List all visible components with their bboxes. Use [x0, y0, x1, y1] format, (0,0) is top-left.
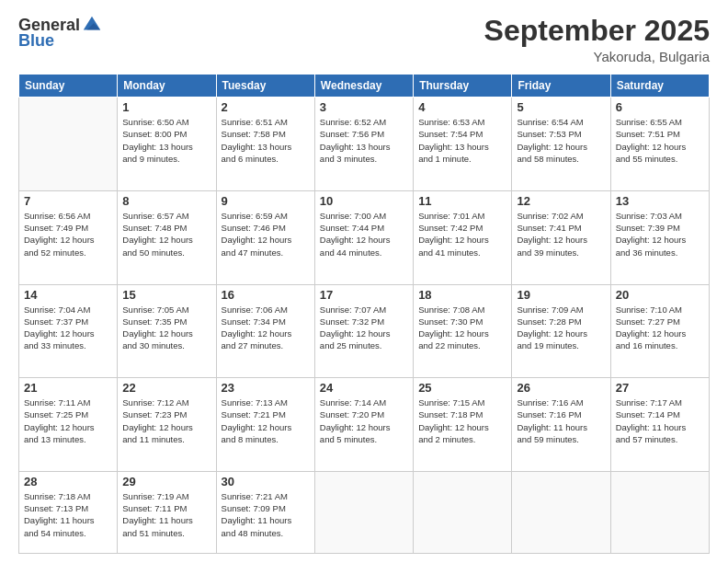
day-cell: 29Sunrise: 7:19 AM Sunset: 7:11 PM Dayli…: [118, 471, 216, 553]
location-subtitle: Yakoruda, Bulgaria: [484, 49, 710, 64]
day-cell: 22Sunrise: 7:12 AM Sunset: 7:23 PM Dayli…: [118, 378, 216, 472]
day-number: 9: [222, 194, 310, 208]
header-thursday: Thursday: [414, 75, 512, 98]
day-info: Sunrise: 7:17 AM Sunset: 7:14 PM Dayligh…: [616, 396, 704, 445]
title-block: September 2025 Yakoruda, Bulgaria: [484, 15, 710, 64]
day-cell: [314, 471, 413, 553]
day-info: Sunrise: 6:59 AM Sunset: 7:46 PM Dayligh…: [222, 210, 310, 259]
day-info: Sunrise: 7:15 AM Sunset: 7:18 PM Dayligh…: [418, 396, 506, 445]
day-number: 22: [122, 381, 210, 395]
day-cell: 10Sunrise: 7:00 AM Sunset: 7:44 PM Dayli…: [314, 190, 413, 284]
day-info: Sunrise: 7:12 AM Sunset: 7:23 PM Dayligh…: [122, 396, 210, 445]
page: General Blue September 2025 Yakoruda, Bu…: [0, 0, 728, 563]
day-info: Sunrise: 7:07 AM Sunset: 7:32 PM Dayligh…: [320, 304, 408, 352]
day-cell: 11Sunrise: 7:01 AM Sunset: 7:42 PM Dayli…: [414, 190, 512, 284]
day-number: 3: [320, 100, 408, 114]
day-info: Sunrise: 7:06 AM Sunset: 7:34 PM Dayligh…: [222, 304, 310, 352]
day-info: Sunrise: 7:08 AM Sunset: 7:30 PM Dayligh…: [418, 304, 506, 352]
day-info: Sunrise: 6:55 AM Sunset: 7:51 PM Dayligh…: [616, 116, 704, 165]
day-cell: 1Sunrise: 6:50 AM Sunset: 8:00 PM Daylig…: [118, 98, 216, 191]
day-info: Sunrise: 6:56 AM Sunset: 7:49 PM Dayligh…: [24, 210, 112, 259]
day-number: 25: [418, 381, 506, 395]
day-info: Sunrise: 7:03 AM Sunset: 7:39 PM Dayligh…: [616, 210, 704, 259]
day-number: 28: [24, 475, 112, 488]
day-cell: 17Sunrise: 7:07 AM Sunset: 7:32 PM Dayli…: [314, 284, 413, 378]
day-cell: 9Sunrise: 6:59 AM Sunset: 7:46 PM Daylig…: [216, 190, 314, 284]
day-number: 15: [122, 288, 210, 302]
day-info: Sunrise: 7:09 AM Sunset: 7:28 PM Dayligh…: [517, 304, 605, 352]
logo-blue: Blue: [18, 31, 54, 51]
day-cell: [512, 471, 610, 553]
day-number: 10: [320, 194, 408, 208]
day-number: 4: [418, 100, 506, 114]
day-cell: [610, 471, 709, 553]
day-info: Sunrise: 7:13 AM Sunset: 7:21 PM Dayligh…: [222, 396, 310, 445]
day-info: Sunrise: 6:53 AM Sunset: 7:54 PM Dayligh…: [418, 116, 506, 165]
day-number: 23: [222, 381, 310, 395]
header-saturday: Saturday: [610, 75, 709, 98]
day-number: 14: [24, 288, 112, 302]
day-cell: 30Sunrise: 7:21 AM Sunset: 7:09 PM Dayli…: [216, 471, 314, 553]
day-info: Sunrise: 7:21 AM Sunset: 7:09 PM Dayligh…: [222, 490, 310, 539]
header-monday: Monday: [118, 75, 216, 98]
day-cell: 25Sunrise: 7:15 AM Sunset: 7:18 PM Dayli…: [414, 378, 512, 472]
day-cell: 19Sunrise: 7:09 AM Sunset: 7:28 PM Dayli…: [512, 284, 610, 378]
day-number: 21: [24, 381, 112, 395]
week-row-3: 14Sunrise: 7:04 AM Sunset: 7:37 PM Dayli…: [19, 284, 710, 378]
day-number: 8: [122, 194, 210, 208]
day-info: Sunrise: 7:02 AM Sunset: 7:41 PM Dayligh…: [517, 210, 605, 259]
logo-icon: [82, 15, 102, 35]
day-info: Sunrise: 7:05 AM Sunset: 7:35 PM Dayligh…: [122, 304, 210, 352]
day-number: 17: [320, 288, 408, 302]
day-info: Sunrise: 7:16 AM Sunset: 7:16 PM Dayligh…: [517, 396, 605, 445]
logo: General Blue: [18, 15, 102, 51]
day-cell: 6Sunrise: 6:55 AM Sunset: 7:51 PM Daylig…: [610, 98, 709, 191]
day-number: 24: [320, 381, 408, 395]
day-cell: 15Sunrise: 7:05 AM Sunset: 7:35 PM Dayli…: [118, 284, 216, 378]
week-row-2: 7Sunrise: 6:56 AM Sunset: 7:49 PM Daylig…: [19, 190, 710, 284]
day-number: 7: [24, 194, 112, 208]
day-cell: 26Sunrise: 7:16 AM Sunset: 7:16 PM Dayli…: [512, 378, 610, 472]
header: General Blue September 2025 Yakoruda, Bu…: [18, 15, 710, 64]
day-number: 29: [122, 475, 210, 488]
day-info: Sunrise: 6:52 AM Sunset: 7:56 PM Dayligh…: [320, 116, 408, 165]
day-number: 13: [616, 194, 704, 208]
day-cell: 2Sunrise: 6:51 AM Sunset: 7:58 PM Daylig…: [216, 98, 314, 191]
month-title: September 2025: [484, 15, 710, 47]
day-info: Sunrise: 7:11 AM Sunset: 7:25 PM Dayligh…: [24, 396, 112, 445]
day-info: Sunrise: 6:54 AM Sunset: 7:53 PM Dayligh…: [517, 116, 605, 165]
day-number: 18: [418, 288, 506, 302]
weekday-header-row: Sunday Monday Tuesday Wednesday Thursday…: [19, 75, 710, 98]
header-friday: Friday: [512, 75, 610, 98]
calendar-table: Sunday Monday Tuesday Wednesday Thursday…: [18, 74, 710, 554]
day-info: Sunrise: 7:18 AM Sunset: 7:13 PM Dayligh…: [24, 490, 112, 539]
day-info: Sunrise: 7:04 AM Sunset: 7:37 PM Dayligh…: [24, 304, 112, 352]
day-cell: 14Sunrise: 7:04 AM Sunset: 7:37 PM Dayli…: [19, 284, 118, 378]
day-cell: 21Sunrise: 7:11 AM Sunset: 7:25 PM Dayli…: [19, 378, 118, 472]
day-cell: 18Sunrise: 7:08 AM Sunset: 7:30 PM Dayli…: [414, 284, 512, 378]
day-number: 12: [517, 194, 605, 208]
day-number: 19: [517, 288, 605, 302]
day-info: Sunrise: 7:00 AM Sunset: 7:44 PM Dayligh…: [320, 210, 408, 259]
day-cell: 20Sunrise: 7:10 AM Sunset: 7:27 PM Dayli…: [610, 284, 709, 378]
day-cell: 13Sunrise: 7:03 AM Sunset: 7:39 PM Dayli…: [610, 190, 709, 284]
day-number: 16: [222, 288, 310, 302]
day-info: Sunrise: 7:01 AM Sunset: 7:42 PM Dayligh…: [418, 210, 506, 259]
day-number: 1: [122, 100, 210, 114]
day-cell: 28Sunrise: 7:18 AM Sunset: 7:13 PM Dayli…: [19, 471, 118, 553]
week-row-1: 1Sunrise: 6:50 AM Sunset: 8:00 PM Daylig…: [19, 98, 710, 191]
day-cell: 5Sunrise: 6:54 AM Sunset: 7:53 PM Daylig…: [512, 98, 610, 191]
day-cell: 3Sunrise: 6:52 AM Sunset: 7:56 PM Daylig…: [314, 98, 413, 191]
day-number: 27: [616, 381, 704, 395]
day-info: Sunrise: 7:19 AM Sunset: 7:11 PM Dayligh…: [122, 490, 210, 539]
day-number: 26: [517, 381, 605, 395]
day-cell: [19, 98, 118, 191]
day-info: Sunrise: 6:57 AM Sunset: 7:48 PM Dayligh…: [122, 210, 210, 259]
header-wednesday: Wednesday: [314, 75, 413, 98]
day-cell: 4Sunrise: 6:53 AM Sunset: 7:54 PM Daylig…: [414, 98, 512, 191]
day-info: Sunrise: 6:50 AM Sunset: 8:00 PM Dayligh…: [122, 116, 210, 165]
week-row-4: 21Sunrise: 7:11 AM Sunset: 7:25 PM Dayli…: [19, 378, 710, 472]
day-info: Sunrise: 6:51 AM Sunset: 7:58 PM Dayligh…: [222, 116, 310, 165]
day-number: 2: [222, 100, 310, 114]
day-info: Sunrise: 7:14 AM Sunset: 7:20 PM Dayligh…: [320, 396, 408, 445]
